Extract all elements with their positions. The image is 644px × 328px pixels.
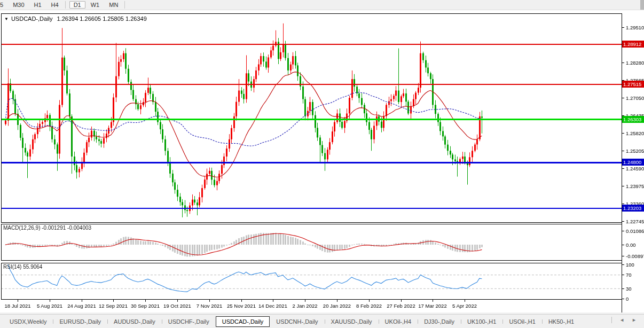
chart-tabs: USDX,WeeklyEURUSD-,DailyAUDUSD-,DailyUSD…	[3, 316, 580, 327]
chart-tab[interactable]: DJ30-,Daily	[418, 316, 461, 327]
chart-symbol-label: USDCAD-,Daily	[11, 15, 53, 22]
timeframe-button[interactable]: H4	[47, 1, 66, 9]
timeframe-button[interactable]: M30	[9, 1, 28, 9]
chart-ohlc-values: 1.26394 1.26605 1.25805 1.26349	[57, 15, 147, 22]
timeframe-buttons: 5M30H1H4D1W1MN	[0, 1, 128, 9]
chart-tab[interactable]: AUDUSD-,Daily	[107, 316, 162, 327]
rsi-name: RSI(14)	[3, 264, 21, 270]
timeframe-button[interactable]: MN	[105, 1, 125, 9]
chart-tab[interactable]: USDCAD-,Daily	[216, 316, 270, 327]
tab-scroll-left-button[interactable]: ◄	[617, 317, 626, 323]
timeframe-button[interactable]: W1	[87, 1, 104, 9]
chart-title: ▼USDCAD-,Daily1.26394 1.26605 1.25805 1.…	[4, 15, 147, 22]
chart-tab[interactable]: EURUSD-,Daily	[53, 316, 107, 327]
mt4-window: 5M30H1H4D1W1MN ▼USDCAD-,Daily1.26394 1.2…	[0, 0, 644, 328]
chart-tab[interactable]: HK50-,H1	[542, 316, 580, 327]
chart-dropdown-icon[interactable]: ▼	[4, 17, 9, 21]
chart-tab[interactable]: USOil-,H1	[502, 316, 542, 327]
timeframe-button[interactable]: D1	[69, 1, 85, 9]
rsi-indicator-label: RSI(14) 55.9064	[3, 264, 42, 270]
price-chart-canvas[interactable]	[0, 0, 644, 328]
tab-scroll-controls: ◄ ►	[611, 317, 639, 323]
timeframe-toolbar: 5M30H1H4D1W1MN	[0, 0, 644, 10]
divider	[611, 317, 612, 323]
chart-tab[interactable]: USDCNH-,Daily	[270, 316, 324, 327]
chart-tab-bar: USDX,WeeklyEURUSD-,DailyAUDUSD-,DailyUSD…	[0, 314, 644, 328]
chart-tab[interactable]: UK100-,H1	[461, 316, 502, 327]
macd-name: MACD(12,26,9)	[3, 225, 40, 231]
chart-tab[interactable]: XAUUSD-,Daily	[325, 316, 379, 327]
timeframe-button[interactable]: 5	[0, 1, 7, 9]
window-edge	[640, 0, 644, 10]
chart-tab[interactable]: USDX,Weekly	[3, 316, 53, 327]
macd-indicator-label: MACD(12,26,9) -0.001291 -0.004003	[3, 225, 91, 231]
chart-tab[interactable]: USDCHF-,Daily	[162, 316, 216, 327]
macd-values: -0.001291 -0.004003	[42, 225, 91, 231]
rsi-value: 55.9064	[23, 264, 42, 270]
tab-scroll-right-button[interactable]: ►	[630, 317, 639, 323]
timeframe-button[interactable]: H1	[30, 1, 46, 9]
chart-tab[interactable]: UKOil-,H4	[379, 316, 418, 327]
